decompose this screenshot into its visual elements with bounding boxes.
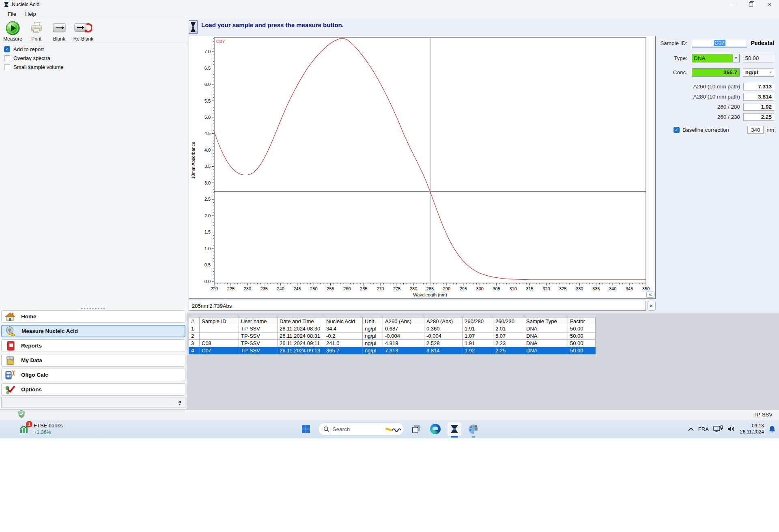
svg-text:295: 295 — [460, 286, 467, 291]
sidebar-item-label: My Data — [21, 357, 42, 363]
reblank-button[interactable]: Re-Blank — [73, 20, 93, 42]
svg-text:270: 270 — [377, 286, 384, 291]
cursor-readout: 285nm 2.739Abs — [189, 301, 646, 311]
reblank-label: Re-Blank — [73, 36, 93, 42]
sidebar-item-label: Measure Nucleic Acid — [22, 328, 78, 334]
table-cell: -0.004 — [424, 332, 463, 340]
type-select[interactable]: DNA ▼ — [692, 54, 740, 62]
table-cell: 3.814 — [424, 347, 463, 354]
svg-text:225: 225 — [227, 286, 235, 291]
print-button[interactable]: Print — [28, 20, 45, 42]
baseline-wavelength-field[interactable]: 340 — [747, 126, 764, 134]
spectrum-chart-panel[interactable]: 2202252302352402452502552602652702752802… — [189, 36, 656, 299]
checkbox-box[interactable] — [4, 55, 10, 61]
checkbox-box[interactable] — [4, 64, 10, 70]
column-header[interactable]: Sample ID — [200, 317, 239, 325]
table-cell: DNA — [524, 340, 568, 347]
column-header[interactable]: Date and Time — [278, 317, 324, 325]
desktop: Nucleic Acid – × File Help Measure — [0, 0, 779, 532]
table-cell: 2.528 — [424, 340, 463, 347]
network-icon[interactable] — [713, 425, 723, 433]
svg-text:350: 350 — [642, 286, 650, 291]
table-row[interactable]: 4C07TP-SSV26.11.2024 09:13365.7ng/µl7.31… — [189, 347, 596, 354]
sidebar-item-measure-nucleic-acid[interactable]: Measure Nucleic Acid — [1, 325, 185, 337]
checkbox-add-to-report[interactable]: ✓Add to report — [4, 46, 187, 52]
status-message: Load your sample and press the measure b… — [201, 20, 344, 28]
column-header[interactable]: User name — [239, 317, 278, 325]
volume-icon[interactable] — [727, 426, 736, 432]
measure-button[interactable]: Measure — [3, 20, 22, 42]
readout-expand-button[interactable]: » — [648, 301, 656, 311]
unit-select[interactable]: ng/µl ˅ — [743, 68, 774, 77]
column-header[interactable]: Sample Type — [524, 317, 568, 325]
notification-bell-icon[interactable] — [768, 425, 776, 433]
column-header[interactable]: Unit — [363, 317, 383, 325]
column-header[interactable]: A280 (Abs) — [424, 317, 463, 325]
column-header[interactable]: 260/280 — [463, 317, 493, 325]
sidebar-item-options[interactable]: Options — [1, 383, 185, 396]
nucleic-acid-app-button[interactable] — [448, 422, 461, 436]
table-cell: 26.11.2024 09:11 — [278, 340, 324, 347]
nav-more-bar[interactable]: »▾ — [1, 397, 185, 408]
column-header[interactable]: A260 (Abs) — [383, 317, 424, 325]
notification-badge: 1 — [26, 421, 32, 427]
checkbox-box[interactable]: ✓ — [4, 46, 10, 52]
table-row[interactable]: 3C08TP-SSV26.11.2024 09:11241.0ng/µl4.81… — [189, 340, 596, 347]
table-cell: 365.7 — [324, 347, 363, 354]
sidebar-item-home[interactable]: Home — [1, 310, 185, 323]
type-value: DNA — [692, 55, 733, 61]
task-view-button[interactable] — [409, 422, 423, 436]
column-header[interactable]: 260/230 — [493, 317, 524, 325]
language-indicator[interactable]: FRA — [698, 426, 709, 432]
checkbox-small-sample-volume[interactable]: Small sample volume — [4, 64, 187, 70]
chart-collapse-button[interactable]: « — [646, 292, 654, 298]
column-header[interactable]: Nucleic Acid — [324, 317, 363, 325]
table-cell: -0.004 — [383, 332, 424, 340]
panel-splitter-handle[interactable]: ●●●●●●●●● — [0, 307, 187, 310]
edge-browser-button[interactable] — [428, 422, 442, 436]
menu-file[interactable]: File — [3, 10, 21, 18]
chevron-more-icon: »▾ — [178, 399, 181, 405]
table-cell: 34.4 — [324, 325, 363, 332]
tray-chevron-up-icon[interactable] — [688, 427, 694, 431]
search-highlight-pen-icon — [385, 425, 401, 433]
column-header[interactable]: Factor — [568, 317, 596, 325]
close-button[interactable]: × — [760, 0, 779, 9]
table-cell: 26.11.2024 09:13 — [278, 347, 324, 354]
stocks-widget-icon: 1 — [19, 423, 31, 435]
sidebar-item-oligo-calc[interactable]: Oligo Calc — [1, 369, 185, 381]
paint-app-button[interactable] — [467, 422, 480, 436]
baseline-checkbox[interactable]: ✓ — [674, 127, 680, 133]
column-header[interactable]: # — [189, 317, 200, 325]
metric-label: A260 (10 mm path) — [656, 84, 740, 90]
table-row[interactable]: 1 TP-SSV26.11.2024 08:3034.4ng/µl0.6870.… — [189, 325, 596, 332]
sample-id-input[interactable]: C07 — [692, 39, 747, 47]
blank-button[interactable]: Blank — [51, 20, 68, 42]
table-row[interactable]: 2 TP-SSV26.11.2024 08:31-0.2ng/µl-0.004-… — [189, 332, 596, 340]
start-button[interactable] — [299, 422, 313, 436]
table-cell: C07 — [200, 347, 239, 354]
results-table-area: #Sample IDUser nameDate and TimeNucleic … — [187, 313, 779, 409]
taskbar-search[interactable]: Search — [318, 423, 404, 435]
print-icon — [29, 20, 44, 36]
svg-text:280: 280 — [410, 286, 417, 291]
search-icon — [323, 426, 329, 432]
table-cell — [200, 332, 239, 340]
checkbox-label: Overlay spectra — [13, 55, 50, 61]
clock[interactable]: 09:13 26.11.2024 — [740, 423, 764, 435]
widget-change: +1.36% — [34, 429, 63, 435]
minimize-button[interactable]: – — [723, 0, 742, 9]
restore-button[interactable] — [742, 0, 760, 9]
table-cell: DNA — [524, 325, 568, 332]
widgets-button[interactable]: 1 FTSE banks +1.36% — [19, 421, 63, 435]
table-cell: 50.00 — [568, 325, 596, 332]
sidebar-item-my-data[interactable]: My Data — [1, 354, 185, 367]
checkbox-overlay-spectra[interactable]: Overlay spectra — [4, 55, 187, 61]
print-label: Print — [31, 36, 41, 42]
sidebar-item-reports[interactable]: Reports — [1, 339, 185, 352]
results-table[interactable]: #Sample IDUser nameDate and TimeNucleic … — [189, 317, 596, 354]
metric-label: 260 / 280 — [656, 104, 740, 110]
checkbox-label: Add to report — [13, 46, 44, 52]
type-factor-field[interactable]: 50.00 — [743, 54, 774, 62]
menu-help[interactable]: Help — [21, 10, 41, 18]
